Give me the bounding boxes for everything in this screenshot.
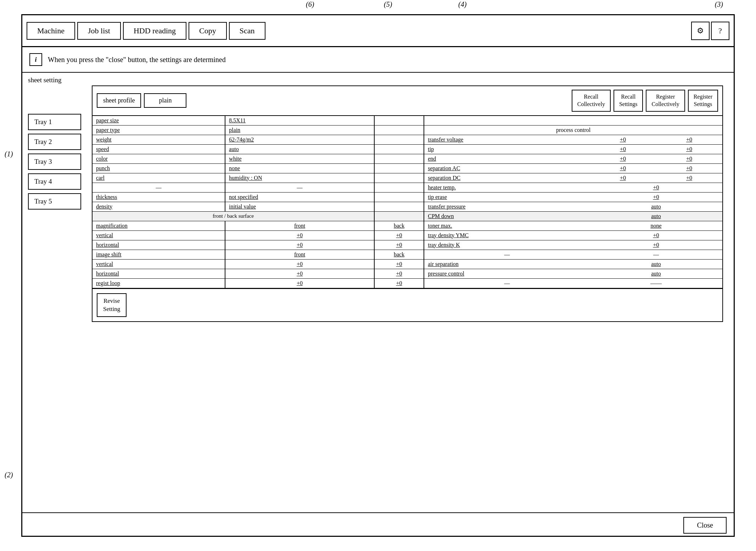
bottom-bar: Close bbox=[22, 512, 734, 537]
cell-carl-value: humidity : ON bbox=[225, 173, 374, 183]
cell-empty bbox=[374, 211, 424, 221]
cell-toner-max-val: none bbox=[590, 221, 722, 230]
table-row: image shift front back — — bbox=[93, 250, 722, 259]
settings-table: paper size 8.5X11 paper type plain bbox=[93, 116, 722, 288]
table-row: density initial value transfer pressure … bbox=[93, 202, 722, 211]
cell-empty bbox=[374, 202, 424, 211]
annotation-4: (4) bbox=[458, 0, 466, 9]
cell-tray-k-label: tray density K bbox=[424, 240, 590, 250]
cell-empty2 bbox=[424, 116, 590, 126]
cell-density-value: initial value bbox=[225, 202, 374, 211]
cell-image-shift-label: image shift bbox=[93, 250, 225, 259]
cell-tray-k-val: +0 bbox=[590, 240, 722, 250]
cell-tip-erase-val: +0 bbox=[590, 192, 722, 202]
cell-empty bbox=[374, 163, 424, 173]
cell-heater-label: heater temp. bbox=[424, 183, 590, 192]
help-icon[interactable]: ? bbox=[711, 22, 729, 40]
cell-dash1: — bbox=[93, 183, 225, 192]
cell-horiz-is-front: +0 bbox=[225, 269, 374, 278]
content-area: Tray 1 Tray 2 Tray 3 Tray 4 Tray 5 sheet… bbox=[22, 85, 734, 512]
cell-toner-max-label: toner max. bbox=[424, 221, 590, 230]
cell-tip-val2: +0 bbox=[656, 144, 722, 154]
table-row: horizontal +0 +0 tray density K +0 bbox=[93, 240, 722, 250]
recall-collectively-button[interactable]: Recall Collectively bbox=[572, 90, 611, 112]
tab-scan[interactable]: Scan bbox=[229, 22, 265, 40]
cell-cpm-down-val: auto bbox=[590, 211, 722, 221]
annotation-1: (1) bbox=[5, 150, 13, 158]
cell-sep-dc-val1: +0 bbox=[590, 173, 656, 183]
sheet-profile-label: sheet profile bbox=[97, 93, 141, 108]
cell-weight-value: 62-74g/m2 bbox=[225, 135, 374, 144]
tray-1-button[interactable]: Tray 1 bbox=[28, 114, 81, 130]
tray-2-button[interactable]: Tray 2 bbox=[28, 134, 81, 150]
cell-tip-erase-label: tip erase bbox=[424, 192, 590, 202]
sheet-setting-label: sheet setting bbox=[22, 73, 734, 85]
cell-dash2: — bbox=[225, 183, 374, 192]
table-row: horizontal +0 +0 pressure control auto bbox=[93, 269, 722, 278]
cell-tray-ymc-label: tray density YMC bbox=[424, 230, 590, 240]
annotation-5: (5) bbox=[384, 0, 392, 9]
data-table-container: paper size 8.5X11 paper type plain bbox=[93, 116, 722, 288]
register-settings-button[interactable]: Register Settings bbox=[688, 90, 718, 112]
cell-horiz-mag-front: +0 bbox=[225, 240, 374, 250]
cell-empty bbox=[374, 144, 424, 154]
recall-settings-button[interactable]: Recall Settings bbox=[614, 90, 643, 112]
cell-sep-dc-label: separation DC bbox=[424, 173, 590, 183]
cell-speed-value: auto bbox=[225, 144, 374, 154]
cell-vert-mag-front: +0 bbox=[225, 230, 374, 240]
action-buttons-row: sheet profile plain Recall Collectively … bbox=[93, 86, 722, 116]
cell-dash3: — bbox=[424, 250, 590, 259]
info-bar: i When you press the "close" button, the… bbox=[22, 47, 734, 73]
tab-copy[interactable]: Copy bbox=[189, 22, 227, 40]
tray-5-button[interactable]: Tray 5 bbox=[28, 193, 81, 210]
table-row: — — heater temp. +0 bbox=[93, 183, 722, 192]
cell-vert-mag-back: +0 bbox=[374, 230, 424, 240]
tray-3-button[interactable]: Tray 3 bbox=[28, 154, 81, 170]
cell-front-back-header: front / back surface bbox=[93, 211, 374, 221]
close-button[interactable]: Close bbox=[683, 517, 727, 534]
table-row: paper type plain process control bbox=[93, 125, 722, 135]
revise-setting-button[interactable]: Revise Setting bbox=[97, 293, 127, 317]
table-row: speed auto tip +0 +0 bbox=[93, 144, 722, 154]
tray-panel: Tray 1 Tray 2 Tray 3 Tray 4 Tray 5 bbox=[28, 85, 81, 210]
cell-dash4: — bbox=[590, 250, 722, 259]
table-row: weight 62-74g/m2 transfer voltage +0 +0 bbox=[93, 135, 722, 144]
cell-carl-label: carl bbox=[93, 173, 225, 183]
annotation-3: (3) bbox=[715, 0, 723, 9]
cell-vert-is-label: vertical bbox=[93, 259, 225, 269]
tab-hdd-reading[interactable]: HDD reading bbox=[123, 22, 186, 40]
cell-magnification-label: magnification bbox=[93, 221, 225, 230]
cell-horiz-mag-label: horizontal bbox=[93, 240, 225, 250]
table-row: color white end +0 +0 bbox=[93, 154, 722, 163]
cell-horiz-is-back: +0 bbox=[374, 269, 424, 278]
table-row: vertical +0 +0 air separation auto bbox=[93, 259, 722, 269]
cell-thickness-label: thickness bbox=[93, 192, 225, 202]
cell-pressure-ctrl-val: auto bbox=[590, 269, 722, 278]
cell-sep-ac-val2: +0 bbox=[656, 163, 722, 173]
cell-tip-val1: +0 bbox=[590, 144, 656, 154]
settings-icon[interactable]: ⚙ bbox=[691, 22, 710, 40]
table-row: thickness not specified tip erase +0 bbox=[93, 192, 722, 202]
cell-process-control: process control bbox=[424, 125, 722, 135]
tab-machine[interactable]: Machine bbox=[27, 22, 75, 40]
cell-mag-back: back bbox=[374, 221, 424, 230]
tab-job-list[interactable]: Job list bbox=[77, 22, 121, 40]
info-icon: i bbox=[29, 53, 42, 66]
cell-horiz-mag-back: +0 bbox=[374, 240, 424, 250]
tray-4-button[interactable]: Tray 4 bbox=[28, 173, 81, 190]
main-window: (6) (5) (4) (3) (1) (2) Machine Job list… bbox=[21, 14, 735, 537]
cell-horiz-is-label: horizontal bbox=[93, 269, 225, 278]
cell-vert-is-back: +0 bbox=[374, 259, 424, 269]
cell-air-sep-label: air separation bbox=[424, 259, 590, 269]
cell-empty bbox=[374, 135, 424, 144]
nav-bar: Machine Job list HDD reading Copy Scan ⚙… bbox=[22, 15, 734, 47]
cell-paper-type-value: plain bbox=[225, 125, 374, 135]
table-row: paper size 8.5X11 bbox=[93, 116, 722, 126]
register-collectively-button[interactable]: Register Collectively bbox=[646, 90, 685, 112]
cell-empty bbox=[374, 183, 424, 192]
info-message: When you press the "close" button, the s… bbox=[48, 56, 226, 64]
cell-tray-ymc-val: +0 bbox=[590, 230, 722, 240]
cell-empty bbox=[374, 173, 424, 183]
cell-tv-val2: +0 bbox=[656, 135, 722, 144]
cell-paper-type-label: paper type bbox=[93, 125, 225, 135]
